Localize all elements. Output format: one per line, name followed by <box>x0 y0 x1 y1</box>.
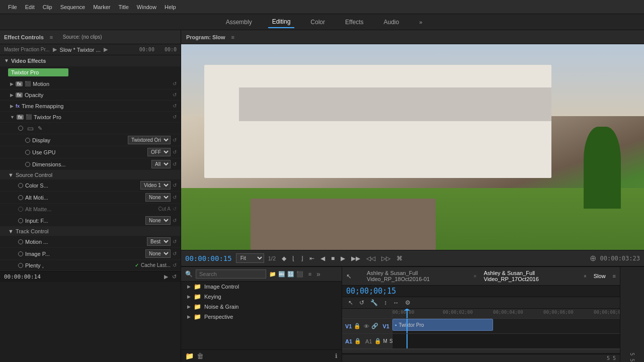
marker-btn[interactable]: ◆ <box>280 254 288 263</box>
tab-audio[interactable]: Audio <box>380 17 404 28</box>
twixtor-reset-btn[interactable]: ↺ <box>173 114 177 120</box>
display-row[interactable]: Display Twixtored Ori ↺ <box>0 134 181 146</box>
color-src-reset-btn[interactable]: ↺ <box>173 183 177 188</box>
v1-link-btn[interactable]: 🔗 <box>371 323 378 329</box>
color-source-row[interactable]: Color S... Video 1 ↺ <box>0 179 181 192</box>
input-f-circle-icon[interactable] <box>18 218 23 223</box>
tab-effects[interactable]: Effects <box>341 17 367 28</box>
tl-tool2-btn[interactable]: ↺ <box>357 298 366 307</box>
tab-assembly[interactable]: Assembly <box>222 17 256 28</box>
shuttle-left-btn[interactable]: ◁◁ <box>364 254 377 263</box>
image-prep-circle-icon[interactable] <box>18 251 23 256</box>
menu-file[interactable]: File <box>4 2 21 12</box>
slow-close-icon[interactable]: × <box>584 274 587 279</box>
slow-tab-menu[interactable]: ≡ <box>613 273 616 279</box>
tl-tool6-btn[interactable]: ⚙ <box>403 298 413 307</box>
motion-est-select[interactable]: Best <box>147 237 171 246</box>
camera-btn[interactable]: ⌘ <box>394 254 405 263</box>
monitor-menu-btn[interactable]: ≡ <box>229 34 236 41</box>
tl-tool3-btn[interactable]: 🔧 <box>368 298 380 307</box>
gpu-select[interactable]: OFF ON <box>147 148 171 156</box>
new-folder-btn[interactable]: 📁 <box>185 352 194 360</box>
v1-lock-btn[interactable]: 🔒 <box>354 323 361 329</box>
dimensions-row[interactable]: Dimensions... All ↺ <box>0 158 181 170</box>
menu-edit[interactable]: Edit <box>21 2 39 12</box>
delete-effect-btn[interactable]: 🗑 <box>197 352 204 360</box>
twixtor-effect-row[interactable]: ▼ fx ⬛ Twixtor Pro ↺ <box>0 112 181 123</box>
fit-select[interactable]: Fit 25% 50% 100% <box>236 253 264 263</box>
plenty-reset-btn[interactable]: ↺ <box>173 262 177 268</box>
ec-loop-btn[interactable]: ↺ <box>172 274 177 280</box>
display-reset-btn[interactable]: ↺ <box>173 137 177 143</box>
alt-motion-reset-btn[interactable]: ↺ <box>173 195 177 200</box>
ec-play-btn[interactable]: ▶ <box>164 274 168 280</box>
color-src-circle-icon[interactable] <box>18 183 23 188</box>
next-frame-btn[interactable]: ▶▶ <box>349 254 362 263</box>
effects-search-input[interactable] <box>196 269 266 279</box>
menu-help[interactable]: Help <box>160 2 180 12</box>
motion-row[interactable]: ▶ fx ⬛ Motion ↺ <box>0 78 181 89</box>
menu-window[interactable]: Window <box>133 2 160 12</box>
twixtor-square-icon[interactable]: ▭ <box>27 124 34 132</box>
effects-new-btn[interactable]: 📁 <box>269 271 276 278</box>
shuttle-right-btn[interactable]: ▷▷ <box>379 254 392 263</box>
workspace-more[interactable]: » <box>419 19 422 25</box>
effects-icon4[interactable]: ⬛ <box>296 271 303 278</box>
timeline-tab-slow[interactable]: Slow <box>591 272 609 280</box>
color-source-select[interactable]: Video 1 <box>140 181 171 190</box>
motion-est-row[interactable]: Motion ... Best ↺ <box>0 236 181 248</box>
tab-editing[interactable]: Editing <box>268 16 295 28</box>
stop-btn[interactable]: ■ <box>329 254 337 263</box>
effect-folder-perspective[interactable]: ▶ 📁 Perspective <box>181 312 342 322</box>
alt-matte-row[interactable]: Alt Matte... Cut A ↺ <box>0 204 181 215</box>
effect-folder-keying[interactable]: ▶ 📁 Keying <box>181 292 342 302</box>
display-circle-icon[interactable] <box>25 138 30 143</box>
effects-icon2[interactable]: 🔤 <box>278 271 285 278</box>
a1-lock2-btn[interactable]: 🔒 <box>374 338 381 344</box>
alt-matte-circle-icon[interactable] <box>18 207 23 212</box>
play-icon[interactable]: ▶ <box>104 46 108 53</box>
tl-tool1-btn[interactable]: ↖ <box>346 298 355 307</box>
tl-tool5-btn[interactable]: ↔ <box>391 298 401 307</box>
use-gpu-row[interactable]: Use GPU OFF ON ↺ <box>0 146 181 158</box>
menu-sequence[interactable]: Sequence <box>56 2 90 12</box>
input-f-row[interactable]: Input: F... None ↺ <box>0 215 181 227</box>
menu-clip[interactable]: Clip <box>39 2 56 12</box>
dim-circle-icon[interactable] <box>25 162 30 167</box>
timeline-tab1[interactable]: Ashley & Susan_Full Video_RP_18Oct2016-0… <box>364 269 469 283</box>
motion-reset-btn[interactable]: ↺ <box>173 81 177 86</box>
display-select[interactable]: Twixtored Ori <box>128 136 171 144</box>
effect-folder-noise-grain[interactable]: ▶ 📁 Noise & Grain <box>181 302 342 312</box>
go-to-in-btn[interactable]: ⇤ <box>307 254 316 263</box>
menu-title[interactable]: Title <box>114 2 132 12</box>
effects-expand-btn[interactable]: » <box>316 270 320 278</box>
alt-motion-circle-icon[interactable] <box>18 195 23 200</box>
tl-tool4-btn[interactable]: ↕ <box>382 298 389 307</box>
alt-motion-row[interactable]: Alt Moti... None ↺ <box>0 192 181 204</box>
gpu-circle-icon[interactable] <box>25 150 30 155</box>
v1-eye-btn[interactable]: 👁 <box>364 323 369 329</box>
in-point-btn[interactable]: ⌊ <box>290 254 297 263</box>
twixtor-pro-bar[interactable]: Twixtor Pro <box>8 68 68 76</box>
alt-matte-reset-btn[interactable]: ↺ <box>173 206 177 212</box>
selection-tool-btn[interactable]: ↖ <box>346 273 352 280</box>
twixtor-clip[interactable]: ▪ Twixtor Pro <box>392 319 493 331</box>
twixtor-pencil-icon[interactable]: ✎ <box>38 125 42 132</box>
image-prep-reset-btn[interactable]: ↺ <box>173 251 177 256</box>
dim-reset-btn[interactable]: ↺ <box>173 161 177 167</box>
effect-controls-menu-btn[interactable]: ≡ <box>48 34 55 41</box>
motion-est-reset-btn[interactable]: ↺ <box>173 239 177 244</box>
timeline-tab2[interactable]: Ashley & Susan_Full Video_RP_17Oct2016 <box>481 269 580 283</box>
menu-marker[interactable]: Marker <box>89 2 114 12</box>
gpu-reset-btn[interactable]: ↺ <box>173 149 177 155</box>
alt-motion-select[interactable]: None <box>145 193 171 202</box>
zoom-btn[interactable]: ⊕ <box>590 253 596 263</box>
dimensions-select[interactable]: All <box>151 160 171 168</box>
timeline-scrollbar[interactable] <box>342 349 620 353</box>
image-prep-select[interactable]: None <box>145 249 171 258</box>
play-btn[interactable]: ▶ <box>339 254 347 263</box>
image-prep-row[interactable]: Image P... None ↺ <box>0 248 181 260</box>
input-f-select[interactable]: None <box>145 216 171 225</box>
effects-menu-btn[interactable]: ≡ <box>306 270 313 278</box>
tab-color[interactable]: Color <box>306 17 329 28</box>
